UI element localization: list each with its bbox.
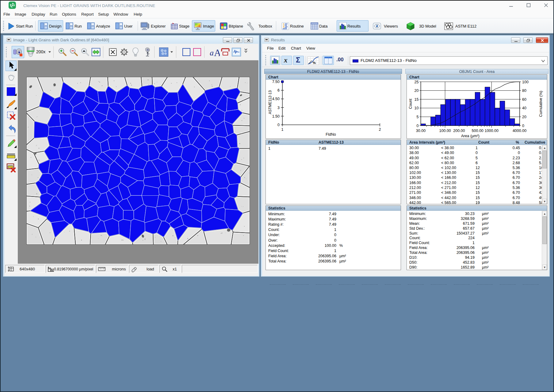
svg-text:3: 3 xyxy=(277,106,280,110)
svg-text:25: 25 xyxy=(415,80,419,84)
svg-text:ASTME112-13: ASTME112-13 xyxy=(268,90,272,114)
svg-text:1.50: 1.50 xyxy=(272,114,280,119)
svg-text:0: 0 xyxy=(522,124,524,128)
svg-text:15: 15 xyxy=(415,97,419,102)
svg-text:6: 6 xyxy=(277,88,280,92)
svg-text:20: 20 xyxy=(415,89,419,93)
svg-text:500.00: 500.00 xyxy=(472,129,483,133)
svg-text:1: 1 xyxy=(281,127,284,132)
svg-text:0: 0 xyxy=(417,124,419,128)
svg-text:4000.00: 4000.00 xyxy=(513,129,526,133)
svg-text:FldNo: FldNo xyxy=(326,132,336,137)
svg-text:0: 0 xyxy=(277,123,280,127)
svg-text:%: % xyxy=(313,61,316,65)
svg-text:Cumulative (%): Cumulative (%) xyxy=(539,91,543,117)
svg-text:a: a xyxy=(210,48,214,57)
svg-text:Area (µm²): Area (µm²) xyxy=(461,134,479,138)
svg-text:2: 2 xyxy=(379,127,381,132)
svg-text:A: A xyxy=(214,47,220,57)
svg-text:4.50: 4.50 xyxy=(272,97,280,101)
svg-text:5: 5 xyxy=(417,115,419,119)
svg-text:100.00: 100.00 xyxy=(439,129,451,133)
svg-text:200.00: 200.00 xyxy=(453,129,465,133)
svg-text:10: 10 xyxy=(415,106,419,110)
svg-text:100: 100 xyxy=(522,80,529,84)
svg-text:Count: Count xyxy=(408,99,413,109)
svg-text:40: 40 xyxy=(522,106,526,110)
svg-text:1000.00: 1000.00 xyxy=(485,129,499,133)
svg-text:60: 60 xyxy=(522,97,526,102)
svg-text:7.50: 7.50 xyxy=(272,80,280,84)
svg-text:20: 20 xyxy=(522,115,526,119)
svg-text:80: 80 xyxy=(522,89,526,93)
svg-text:30.00: 30.00 xyxy=(416,129,426,133)
